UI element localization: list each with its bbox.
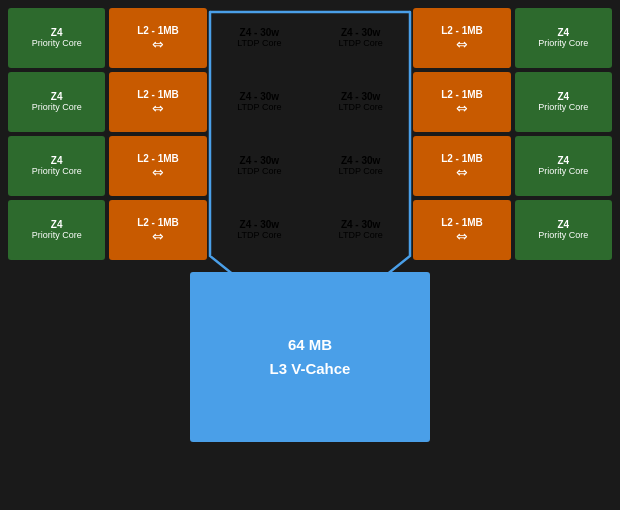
grid-cell-r0-c3: Z4 - 30wLTDP Core bbox=[312, 8, 409, 68]
core-line2: LTDP Core bbox=[339, 231, 383, 241]
grid-cell-r2-c5: Z4Priority Core bbox=[515, 136, 612, 196]
arrow-icon: ⇔ bbox=[152, 101, 164, 115]
grid-cell-r1-c5: Z4Priority Core bbox=[515, 72, 612, 132]
arrow-icon: ⇔ bbox=[152, 229, 164, 243]
core-line2: Priority Core bbox=[32, 39, 82, 49]
core-line2: LTDP Core bbox=[237, 231, 281, 241]
grid-cell-r3-c5: Z4Priority Core bbox=[515, 200, 612, 260]
core-line2: Priority Core bbox=[538, 103, 588, 113]
grid-cell-r1-c4: L2 - 1MB⇔ bbox=[413, 72, 510, 132]
arrow-icon: ⇔ bbox=[456, 165, 468, 179]
grid-cell-r2-c1: L2 - 1MB⇔ bbox=[109, 136, 206, 196]
l3-size: 64 MB bbox=[288, 333, 332, 357]
core-line2: LTDP Core bbox=[237, 103, 281, 113]
grid-cell-r3-c0: Z4Priority Core bbox=[8, 200, 105, 260]
arrow-icon: ⇔ bbox=[152, 165, 164, 179]
core-line2: LTDP Core bbox=[339, 103, 383, 113]
grid-cell-r1-c0: Z4Priority Core bbox=[8, 72, 105, 132]
grid-cell-r1-c1: L2 - 1MB⇔ bbox=[109, 72, 206, 132]
grid-cell-r2-c0: Z4Priority Core bbox=[8, 136, 105, 196]
core-line2: LTDP Core bbox=[237, 39, 281, 49]
grid-cell-r3-c3: Z4 - 30wLTDP Core bbox=[312, 200, 409, 260]
core-line2: LTDP Core bbox=[237, 167, 281, 177]
grid-cell-r2-c4: L2 - 1MB⇔ bbox=[413, 136, 510, 196]
arrow-icon: ⇔ bbox=[152, 37, 164, 51]
core-line2: Priority Core bbox=[32, 167, 82, 177]
grid-cell-r1-c3: Z4 - 30wLTDP Core bbox=[312, 72, 409, 132]
grid-cell-r1-c2: Z4 - 30wLTDP Core bbox=[211, 72, 308, 132]
l3-type: L3 V-Cahce bbox=[270, 357, 351, 381]
arrow-icon: ⇔ bbox=[456, 229, 468, 243]
core-line2: LTDP Core bbox=[339, 39, 383, 49]
core-line2: Priority Core bbox=[538, 39, 588, 49]
arrow-icon: ⇔ bbox=[456, 37, 468, 51]
grid-cell-r2-c3: Z4 - 30wLTDP Core bbox=[312, 136, 409, 196]
arrow-icon: ⇔ bbox=[456, 101, 468, 115]
bottom-section: 64 MB L3 V-Cahce bbox=[8, 264, 612, 442]
grid-cell-r0-c4: L2 - 1MB⇔ bbox=[413, 8, 510, 68]
core-line2: LTDP Core bbox=[339, 167, 383, 177]
chip-diagram: Z4Priority CoreL2 - 1MB⇔Z4 - 30wLTDP Cor… bbox=[8, 8, 612, 442]
core-line2: Priority Core bbox=[538, 231, 588, 241]
core-line2: Priority Core bbox=[32, 231, 82, 241]
grid-cell-r0-c1: L2 - 1MB⇔ bbox=[109, 8, 206, 68]
grid-cell-r0-c5: Z4Priority Core bbox=[515, 8, 612, 68]
core-line2: Priority Core bbox=[538, 167, 588, 177]
grid-cell-r3-c4: L2 - 1MB⇔ bbox=[413, 200, 510, 260]
grid-cell-r0-c2: Z4 - 30wLTDP Core bbox=[211, 8, 308, 68]
grid-cell-r2-c2: Z4 - 30wLTDP Core bbox=[211, 136, 308, 196]
l3-cache: 64 MB L3 V-Cahce bbox=[190, 272, 430, 442]
core-line2: Priority Core bbox=[32, 103, 82, 113]
grid-cell-r0-c0: Z4Priority Core bbox=[8, 8, 105, 68]
core-grid: Z4Priority CoreL2 - 1MB⇔Z4 - 30wLTDP Cor… bbox=[8, 8, 612, 260]
grid-cell-r3-c2: Z4 - 30wLTDP Core bbox=[211, 200, 308, 260]
grid-cell-r3-c1: L2 - 1MB⇔ bbox=[109, 200, 206, 260]
